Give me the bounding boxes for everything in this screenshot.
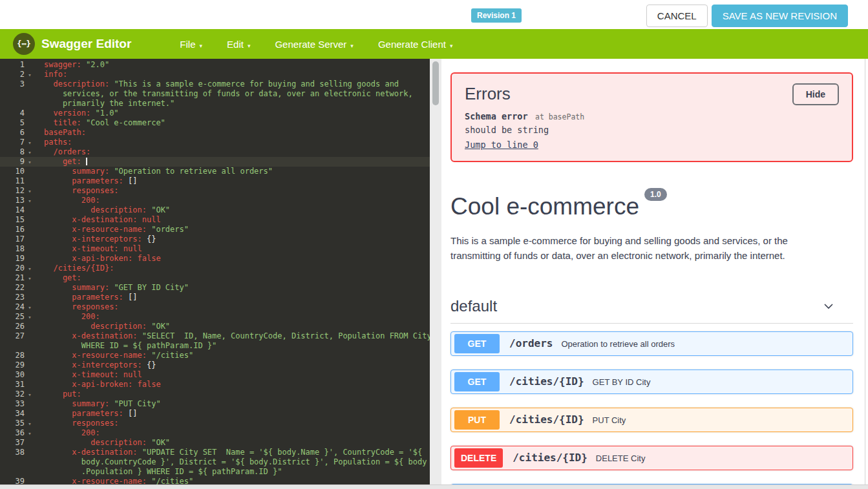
code-line[interactable]: .Population } WHERE ID = ${ pathParam.ID… [0,467,430,477]
operation-row[interactable]: DELETE/cities/{ID}DELETE City [450,446,853,470]
save-as-new-revision-button[interactable]: SAVE AS NEW REVISION [712,5,848,27]
operation-row[interactable]: GET/cities/{ID}GET BY ID City [450,369,853,394]
menu-edit[interactable]: Edit▾ [215,39,262,50]
code-line[interactable]: 33 summary: "PUT City" [0,399,430,409]
code-line[interactable]: body.CountryCode }', District = '${ body… [0,457,430,467]
code-line[interactable]: 12▾ responses: [0,186,430,196]
code-text[interactable]: x-api-broken: false [36,254,430,264]
code-text[interactable]: x-timeout: null [36,370,430,380]
code-text[interactable]: .Population } WHERE ID = ${ pathParam.ID… [36,467,430,477]
code-text[interactable]: primarily the internet." [36,99,430,109]
code-text[interactable]: info: [36,70,430,79]
code-text[interactable]: title: "Cool e-commerce" [36,118,430,128]
code-line[interactable]: WHERE ID = ${ pathParam.ID }" [0,341,430,351]
jump-to-line-link[interactable]: Jump to line 0 [465,140,538,150]
code-text[interactable]: x-resource-name: "orders" [36,225,430,234]
code-line[interactable]: 7▾paths: [0,138,430,147]
code-text[interactable]: /orders: [36,147,430,157]
hide-errors-button[interactable]: Hide [792,83,839,105]
code-text[interactable]: get: [36,157,430,167]
operation-row[interactable]: PUT/cities/{ID}PUT City [450,408,853,432]
code-text[interactable]: parameters: [] [36,293,430,302]
code-line[interactable]: 37 description: "OK" [0,438,430,448]
code-line[interactable]: 2▾info: [0,70,430,79]
fold-icon[interactable]: ▾ [25,419,35,429]
fold-icon[interactable]: ▾ [25,390,35,400]
code-text[interactable]: /cities/{ID}: [36,264,430,273]
menu-file[interactable]: File▾ [167,39,215,50]
code-text[interactable]: get: [36,273,430,283]
code-line[interactable]: 36▾ 200: [0,428,430,438]
code-text[interactable]: responses: [36,186,430,196]
code-line[interactable]: primarily the internet." [0,99,430,109]
code-text[interactable]: responses: [36,419,430,428]
code-text[interactable]: 200: [36,312,430,322]
code-text[interactable]: x-timeout: null [36,244,430,254]
code-text[interactable]: parameters: [] [36,176,430,186]
code-line[interactable]: 17 x-interceptors: {} [0,234,430,244]
operation-row[interactable]: GET/ordersOperation to retrieve all orde… [450,331,853,356]
code-text[interactable]: responses: [36,302,430,312]
code-line[interactable]: 5 title: "Cool e-commerce" [0,118,430,128]
code-line[interactable]: 29 x-interceptors: {} [0,360,430,370]
code-line[interactable]: 23 parameters: [] [0,293,430,302]
code-text[interactable]: put: [36,390,430,399]
code-line[interactable]: 10 summary: "Operation to retrieve all o… [0,167,430,176]
fold-icon[interactable]: ▾ [25,274,35,284]
code-line[interactable]: 1swagger: "2.0" [0,60,430,70]
menu-generate-client[interactable]: Generate Client▾ [366,39,465,50]
code-line[interactable]: 14 description: "OK" [0,205,430,215]
code-line[interactable]: 21▾ get: [0,273,430,283]
code-line[interactable]: 9▾ get: [0,157,430,167]
code-text[interactable]: body.CountryCode }', District = '${ body… [36,457,430,467]
fold-icon[interactable]: ▾ [25,148,35,158]
code-line[interactable]: 20▾ /cities/{ID}: [0,264,430,273]
code-line[interactable]: services, or the transmitting of funds o… [0,89,430,99]
code-line[interactable]: 34 parameters: [] [0,409,430,419]
fold-icon[interactable]: ▾ [25,196,35,206]
code-line[interactable]: 19 x-api-broken: false [0,254,430,264]
code-line[interactable]: 13▾ 200: [0,196,430,205]
code-line[interactable]: 30 x-timeout: null [0,370,430,380]
editor-scrollbar-thumb[interactable] [432,61,439,105]
code-text[interactable]: basePath: [36,128,430,138]
code-line[interactable]: 28 x-resource-name: "/cities" [0,351,430,360]
code-text[interactable]: x-destination: "SELECT ID, Name, Country… [36,331,430,341]
code-line[interactable]: 31 x-api-broken: false [0,380,430,390]
code-line[interactable]: 26 description: "OK" [0,322,430,331]
fold-icon[interactable]: ▾ [25,138,35,148]
code-text[interactable]: version: "1.0" [36,109,430,118]
code-line[interactable]: 22 summary: "GET BY ID City" [0,283,430,293]
code-line[interactable]: 6basePath: [0,128,430,138]
fold-icon[interactable]: ▾ [25,264,35,274]
code-line[interactable]: 24▾ responses: [0,302,430,312]
code-text[interactable]: x-destination: null [36,215,430,225]
code-line[interactable]: 16 x-resource-name: "orders" [0,225,430,234]
code-text[interactable]: parameters: [] [36,409,430,419]
code-text[interactable]: description: "OK" [36,438,430,448]
code-line[interactable]: 4 version: "1.0" [0,109,430,118]
code-line[interactable]: 27 x-destination: "SELECT ID, Name, Coun… [0,331,430,341]
code-text[interactable]: summary: "GET BY ID City" [36,283,430,293]
code-editor[interactable]: 1swagger: "2.0"2▾info:3 description: "Th… [0,59,430,489]
menu-generate-server[interactable]: Generate Server▾ [262,39,365,50]
code-text[interactable]: paths: [36,138,430,147]
code-text[interactable]: x-interceptors: {} [36,234,430,244]
fold-icon[interactable]: ▾ [25,158,35,167]
cancel-button[interactable]: CANCEL [646,5,708,27]
code-text[interactable]: swagger: "2.0" [36,60,430,70]
code-text[interactable]: x-resource-name: "/cities" [36,351,430,360]
tag-section-header[interactable]: default [450,297,853,324]
fold-icon[interactable]: ▾ [25,70,35,80]
horizontal-scrollbar[interactable] [0,484,868,489]
code-text[interactable]: description: "OK" [36,322,430,331]
code-text[interactable]: summary: "PUT City" [36,399,430,409]
code-line[interactable]: 18 x-timeout: null [0,244,430,254]
code-line[interactable]: 3 description: "This is a sample e-comme… [0,79,430,89]
panel-scrollbar[interactable] [865,59,865,484]
code-line[interactable]: 35▾ responses: [0,419,430,428]
code-text[interactable]: 200: [36,196,430,205]
code-text[interactable]: 200: [36,428,430,438]
editor-scrollbar-track[interactable] [430,59,441,489]
code-text[interactable]: description: "This is a sample e-commerc… [36,79,430,89]
